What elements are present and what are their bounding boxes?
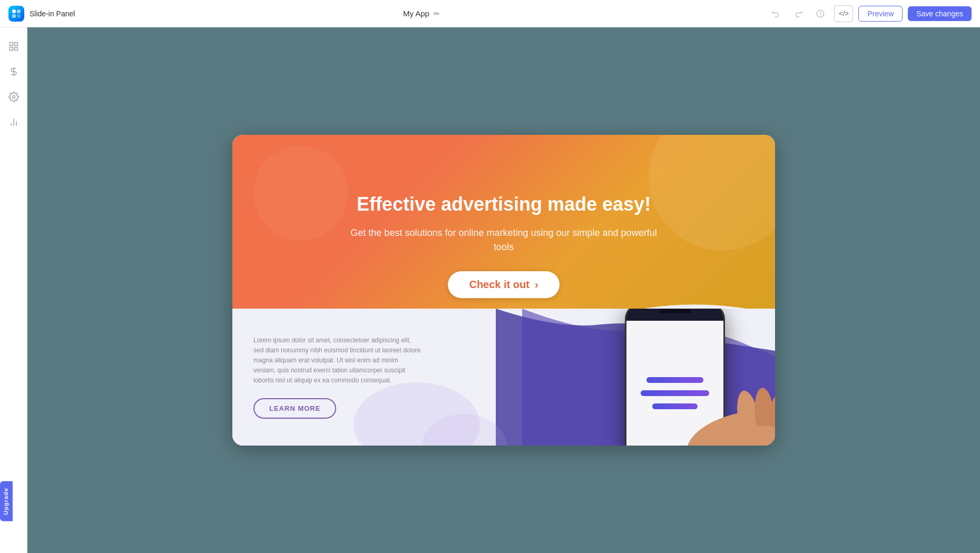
svg-rect-2 xyxy=(12,14,16,18)
hand-svg xyxy=(643,356,775,446)
sidebar-item-widgets[interactable] xyxy=(3,61,24,82)
code-button[interactable]: </> xyxy=(834,5,853,22)
ad-subtext: Get the best solutions for online market… xyxy=(346,226,662,254)
code-icon: </> xyxy=(839,9,849,17)
history-button[interactable] xyxy=(812,5,829,22)
sidebar-item-dashboard[interactable] xyxy=(3,36,24,57)
redo-button[interactable] xyxy=(790,5,807,22)
svg-point-10 xyxy=(12,96,15,98)
cta-arrow-icon: › xyxy=(535,279,538,291)
svg-rect-1 xyxy=(17,9,21,13)
phone-notch xyxy=(659,309,691,313)
preview-button[interactable]: Preview xyxy=(858,6,903,22)
app-section-label: Slide-in Panel xyxy=(30,9,75,18)
ad-card: Effective advertising made easy! Get the… xyxy=(232,135,775,446)
svg-rect-7 xyxy=(9,47,13,51)
save-changes-button[interactable]: Save changes xyxy=(908,6,972,21)
main-canvas: Effective advertising made easy! Get the… xyxy=(27,27,980,553)
svg-rect-3 xyxy=(17,14,21,18)
upgrade-button[interactable]: Upgrade xyxy=(0,481,13,521)
lorem-text: Lorem ipsum dolor sit amet, consectetuer… xyxy=(253,335,422,386)
topbar-left: Slide-in Panel xyxy=(8,6,75,22)
svg-rect-5 xyxy=(9,43,13,46)
phone-hand-graphic xyxy=(591,309,759,446)
sidebar xyxy=(0,27,27,553)
deco-circle-2 xyxy=(253,145,348,240)
svg-rect-8 xyxy=(14,47,17,51)
topbar-right: </> Preview Save changes xyxy=(768,5,972,22)
cta-label: Check it out xyxy=(469,279,529,291)
edit-title-icon[interactable]: ✏ xyxy=(434,9,440,18)
undo-button[interactable] xyxy=(768,5,785,22)
svg-rect-6 xyxy=(14,43,17,46)
topbar-center: My App ✏ xyxy=(403,9,440,18)
sidebar-item-settings[interactable] xyxy=(3,86,24,107)
svg-rect-0 xyxy=(12,9,16,13)
sidebar-item-analytics[interactable] xyxy=(3,112,24,133)
ad-headline: Effective advertising made easy! xyxy=(357,193,651,215)
bottom-left-content: Lorem ipsum dolor sit amet, consectetuer… xyxy=(232,309,531,446)
learn-more-button[interactable]: LEARN MORE xyxy=(253,398,336,419)
app-title-label: My App xyxy=(403,9,429,18)
topbar: Slide-in Panel My App ✏ </> Preview Save… xyxy=(0,0,980,27)
ad-bottom-section: Lorem ipsum dolor sit amet, consectetuer… xyxy=(232,309,775,446)
app-logo xyxy=(8,6,24,22)
deco-circle-1 xyxy=(649,135,775,251)
